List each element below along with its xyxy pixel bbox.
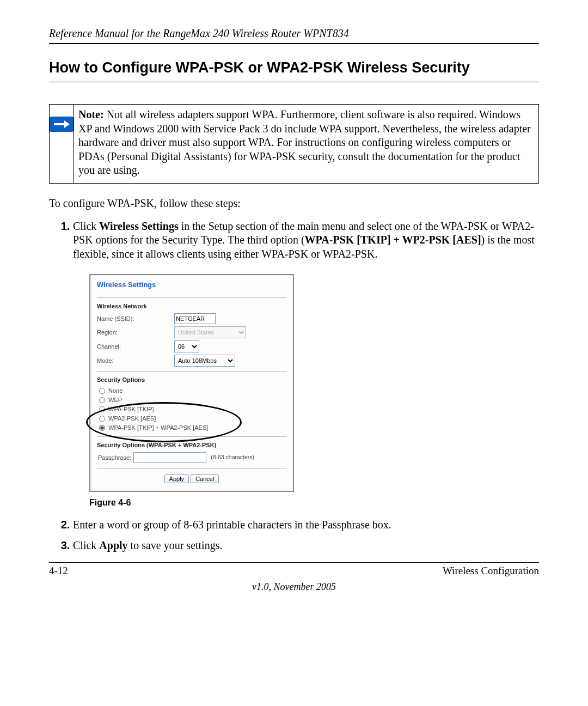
footer-rule bbox=[49, 562, 539, 563]
section-title: How to Configure WPA-PSK or WPA2-PSK Wir… bbox=[49, 59, 539, 76]
mode-row: Mode: Auto 108Mbps bbox=[97, 355, 286, 367]
step1-b1: Wireless Settings bbox=[99, 220, 178, 232]
step-2: Enter a word or group of 8-63 printable … bbox=[73, 518, 539, 532]
region-label: Region: bbox=[97, 328, 174, 336]
note-body: Not all wireless adapters support WPA. F… bbox=[78, 108, 531, 176]
step2-text: Enter a word or group of 8-63 printable … bbox=[73, 519, 391, 531]
radio-wpa2[interactable] bbox=[99, 416, 105, 422]
region-select[interactable]: United States bbox=[174, 326, 246, 338]
region-row: Region: United States bbox=[97, 326, 286, 338]
mode-label: Mode: bbox=[97, 357, 174, 364]
radio-wep-label: WEP bbox=[108, 396, 122, 404]
radio-wpa[interactable] bbox=[99, 406, 105, 412]
step-1: Click Wireless Settings in the Setup sec… bbox=[73, 220, 539, 509]
page-footer: 4-12 Wireless Configuration bbox=[49, 565, 539, 577]
ssid-input[interactable] bbox=[174, 313, 216, 324]
radio-wpa2-row[interactable]: WPA2-PSK [AES] bbox=[99, 415, 286, 422]
version-line: v1.0, November 2005 bbox=[49, 581, 539, 593]
step1-b2: WPA-PSK [TKIP] + WP2-PSK [AES] bbox=[305, 234, 481, 246]
note-text: Note: Not all wireless adapters support … bbox=[74, 105, 538, 183]
panel-sep-2 bbox=[97, 371, 286, 372]
radio-none-row[interactable]: None bbox=[99, 387, 286, 394]
panel-sep-3 bbox=[97, 436, 286, 437]
note-icon-cell bbox=[50, 105, 74, 183]
passphrase-hint: (8-63 characters) bbox=[211, 454, 254, 461]
chapter-name: Wireless Configuration bbox=[443, 565, 539, 577]
radio-wpa-label: WPA-PSK [TKIP] bbox=[108, 405, 154, 413]
title-underline bbox=[49, 82, 539, 82]
cancel-button[interactable]: Cancel bbox=[191, 474, 219, 483]
page-number: 4-12 bbox=[49, 565, 68, 577]
radio-wpa2-label: WPA2-PSK [AES] bbox=[108, 415, 156, 422]
channel-select[interactable]: 06 bbox=[174, 340, 199, 352]
running-header: Reference Manual for the RangeMax 240 Wi… bbox=[49, 27, 539, 40]
radio-wep[interactable] bbox=[99, 397, 105, 403]
apply-button[interactable]: Apply bbox=[164, 474, 189, 483]
step1-t1: Click bbox=[73, 220, 99, 232]
wireless-settings-panel: Wireless Settings Wireless Network Name … bbox=[89, 274, 294, 491]
radio-both[interactable] bbox=[99, 425, 105, 431]
passphrase-label: Passphrase: bbox=[98, 454, 131, 461]
note-box: Note: Not all wireless adapters support … bbox=[49, 104, 539, 184]
step3-t2: to save your settings. bbox=[128, 539, 223, 551]
figure-caption: Figure 4-6 bbox=[89, 497, 539, 508]
channel-row: Channel: 06 bbox=[97, 340, 286, 352]
panel-sep-1 bbox=[97, 297, 286, 298]
step3-b: Apply bbox=[99, 539, 127, 551]
header-rule bbox=[49, 43, 539, 44]
steps-list: Click Wireless Settings in the Setup sec… bbox=[49, 220, 539, 553]
wireless-network-head: Wireless Network bbox=[97, 302, 286, 310]
button-bar: Apply Cancel bbox=[97, 474, 286, 483]
panel-sep-4 bbox=[97, 468, 286, 469]
note-label: Note: bbox=[78, 108, 104, 120]
mode-select[interactable]: Auto 108Mbps bbox=[174, 355, 235, 367]
radio-none[interactable] bbox=[99, 388, 105, 394]
panel-title: Wireless Settings bbox=[97, 281, 286, 290]
radio-wep-row[interactable]: WEP bbox=[99, 396, 286, 404]
ssid-row: Name (SSID): bbox=[97, 313, 286, 324]
passphrase-row: Passphrase: (8-63 characters) bbox=[98, 452, 286, 463]
radio-both-row[interactable]: WPA-PSK [TKIP] + WPA2-PSK [AES] bbox=[99, 424, 286, 431]
radio-both-label: WPA-PSK [TKIP] + WPA2-PSK [AES] bbox=[108, 424, 208, 431]
radio-none-label: None bbox=[108, 387, 122, 394]
step3-t1: Click bbox=[73, 539, 99, 551]
channel-label: Channel: bbox=[97, 343, 174, 350]
security-options-head: Security Options bbox=[97, 376, 286, 384]
security-options2-head: Security Options (WPA-PSK + WPA2-PSK) bbox=[97, 441, 286, 449]
ssid-label: Name (SSID): bbox=[97, 315, 174, 322]
svg-marker-1 bbox=[64, 120, 70, 128]
radio-wpa-row[interactable]: WPA-PSK [TKIP] bbox=[99, 405, 286, 413]
passphrase-input[interactable] bbox=[133, 452, 206, 463]
intro-text: To configure WPA-PSK, follow these steps… bbox=[49, 197, 539, 211]
step-3: Click Apply to save your settings. bbox=[73, 539, 539, 553]
arrow-icon bbox=[50, 117, 74, 132]
